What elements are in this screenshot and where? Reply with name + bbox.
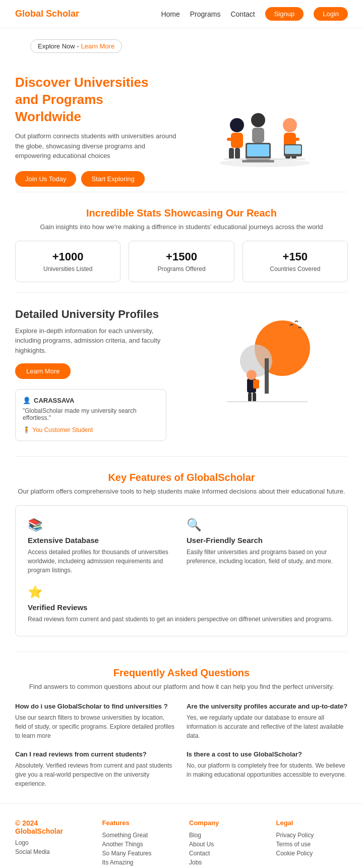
footer-features-link-2[interactable]: Another Things [102,841,174,848]
svg-rect-7 [247,144,269,156]
stat-label-countries: Countries Covered [255,265,335,273]
footer-brand-name: © 2024 GlobalScholar [15,819,87,835]
feature-search: 🔍 User-Friendly Search Easily filter uni… [187,518,335,575]
profiles-svg [217,308,318,409]
footer-legal-link-2[interactable]: Terms of use [276,841,348,848]
footer-social: Social Media [15,848,87,855]
feature-database-desc: Access detailed profiles for thousands o… [28,548,176,575]
stats-heading: Incredible Stats Showcasing Our Reach [15,207,348,219]
explore-banner: Explore Now - Learn More [30,39,122,53]
hero-description: Out platform connects students with univ… [15,131,182,161]
nav-contact[interactable]: Contact [230,10,255,18]
svg-rect-21 [265,358,269,394]
footer-company-link-1[interactable]: Blog [189,832,261,839]
nav-links: Home Programs Contact Signup Login [161,7,348,21]
learn-more-button[interactable]: Learn More [15,363,71,379]
faq-grid: How do i use GlobalScholar to find unive… [15,702,348,788]
faq-a2: Yes, we regularly update our database to… [187,713,348,740]
footer: © 2024 GlobalScholar Logo Social Media F… [0,803,363,868]
nav-programs[interactable]: Programs [190,10,221,18]
footer-features-link-4[interactable]: Its Amazing [102,859,174,866]
hero-buttons: Join Us Today Start Exploring [15,171,182,187]
stats-subheading: Gain insights into how we're making a di… [15,223,348,231]
explore-link[interactable]: Learn More [81,42,114,50]
nav-home[interactable]: Home [161,10,179,18]
faq-item-3: Can I read reviews from current students… [15,750,176,788]
faq-a1: Use our search filters to browse univers… [15,713,176,740]
stat-label-programs: Programs Offered [141,265,221,273]
features-heading: Key Features of GlobalScholar [15,472,348,483]
svg-rect-3 [227,138,235,141]
svg-rect-5 [235,148,240,159]
testimonial-card: 👤 CARASSAVA "GlobalScholar made my unive… [15,389,166,441]
reviews-icon: ⭐ [28,585,335,599]
svg-point-9 [251,113,265,127]
profiles-heading: Detailed University Profiles [15,308,176,321]
navbar: Global Scholar Home Programs Contact Sig… [0,0,363,28]
features-card: 📚 Extensive Database Access detailed pro… [15,505,348,636]
footer-features-link-1[interactable]: Something Great [102,832,174,839]
footer-col-features: Features Something Great Another Things … [102,819,174,868]
testimonial-name: 👤 CARASSAVA [23,397,159,404]
profiles-section: Detailed University Profiles Explore in-… [0,293,363,457]
explore-banner-container: Explore Now - Learn More [0,28,363,64]
faq-a3: Absolutely. Verified reviews from curren… [15,761,176,788]
footer-legal-link-3[interactable]: Cookie Policy [276,850,348,857]
stat-card-countries: +150 Countries Covered [243,241,348,282]
profiles-text: Detailed University Profiles Explore in-… [15,308,176,442]
faq-heading: Frequently Asked Questions [15,667,348,679]
svg-rect-13 [291,138,299,141]
features-grid: 📚 Extensive Database Access detailed pro… [28,518,335,624]
stat-card-universities: +1000 Universities Listed [15,241,120,282]
faq-item-1: How do i use GlobalScholar to find unive… [15,702,176,740]
svg-point-1 [230,118,244,132]
footer-features-heading: Features [102,819,174,827]
svg-rect-8 [242,160,274,162]
svg-point-11 [283,118,297,132]
faq-a4: No, our platform is completely free for … [187,761,348,779]
faq-item-2: Are the university profiles accurate and… [187,702,348,740]
profiles-illustration [187,308,348,409]
feature-reviews-desc: Read reviews form current and past stude… [28,615,335,624]
feature-reviews-title: Verified Reviews [28,603,335,612]
login-button[interactable]: Login [314,7,348,21]
feature-reviews: ⭐ Verified Reviews Read reviews form cur… [28,585,335,624]
faq-section: Frequently Asked Questions Find answers … [0,652,363,803]
hero-text: Discover Universities and Programs World… [15,74,182,187]
feature-database-title: Extensive Database [28,536,176,545]
footer-company-link-3[interactable]: Contact [189,850,261,857]
testimonial-quote: "GlobalScholar made my university search… [23,407,159,421]
footer-features-link-3[interactable]: So Many Features [102,850,174,857]
svg-rect-17 [285,145,301,154]
faq-q3: Can I read reviews from current students… [15,750,176,758]
svg-rect-4 [229,148,234,159]
profiles-description: Explore in-depth information for each un… [15,326,176,356]
footer-col-company: Company Blog About Us Contact Jobs [189,819,261,868]
stat-card-programs: +1500 Programs Offered [129,241,234,282]
join-button[interactable]: Join Us Today [15,171,76,187]
faq-q2: Are the university profiles accurate and… [187,702,348,710]
explore-prefix: Explore Now - [38,42,79,50]
stat-number-universities: +1000 [28,250,108,263]
footer-company-link-2[interactable]: About Us [189,841,261,848]
signup-button[interactable]: Signup [265,7,304,21]
feature-search-title: User-Friendly Search [187,536,335,545]
svg-rect-24 [253,379,259,389]
features-subheading: Our platform offers comprehensive tools … [15,487,348,495]
stat-label-universities: Universities Listed [28,265,108,273]
footer-company-heading: Company [189,819,261,827]
svg-rect-10 [252,128,264,143]
hero-section: Discover Universities and Programs World… [0,64,363,192]
footer-logo: Logo [15,839,87,846]
database-icon: 📚 [28,518,176,532]
explore-button[interactable]: Start Exploring [81,171,144,187]
faq-q4: Is there a cost to use GlobalScholar? [187,750,348,758]
svg-point-23 [247,370,257,380]
search-icon: 🔍 [187,518,335,532]
footer-company-link-4[interactable]: Jobs [189,859,261,866]
testimonial-author: 🧍 You Customer Student [23,426,159,433]
footer-legal-link-1[interactable]: Privacy Policy [276,832,348,839]
footer-brand: © 2024 GlobalScholar Logo Social Media [15,819,87,855]
hero-accent: Worldwide [15,109,81,124]
stat-number-countries: +150 [255,250,335,263]
